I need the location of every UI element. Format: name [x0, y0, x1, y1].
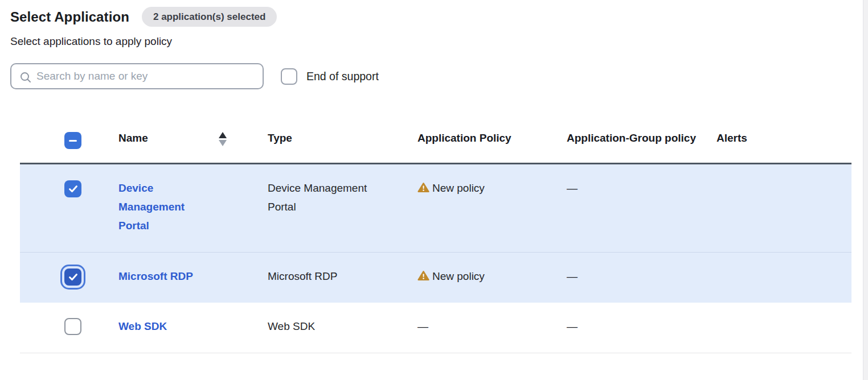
end-of-support-checkbox[interactable] [281, 68, 297, 85]
type-cell: Device Management Portal [268, 164, 417, 253]
page-header: Select Application 2 application(s) sele… [10, 7, 868, 27]
table-header-row: Name Type Application Policy Application… [20, 125, 851, 164]
search-icon [19, 71, 32, 84]
warning-triangle-icon [417, 182, 429, 193]
column-header-alerts: Alerts [716, 125, 851, 164]
column-header-application-policy: Application Policy [417, 125, 567, 164]
page-title: Select Application [10, 9, 129, 25]
application-group-policy-cell: — [567, 253, 716, 303]
alerts-cell [716, 164, 851, 253]
minus-icon [69, 140, 77, 142]
filter-bar: End of support [10, 63, 868, 89]
application-name-link[interactable]: Web SDK [118, 320, 167, 332]
alerts-cell [716, 253, 851, 303]
sort-asc-icon [219, 132, 227, 138]
type-cell: Web SDK [268, 303, 417, 353]
select-application-panel: Select Application 2 application(s) sele… [0, 0, 868, 353]
application-policy-cell: New policy [417, 267, 544, 286]
application-policy-text: New policy [432, 267, 485, 286]
end-of-support-label: End of support [306, 70, 379, 83]
search-input[interactable] [11, 64, 263, 88]
end-of-support-filter[interactable]: End of support [281, 68, 379, 85]
type-cell: Microsoft RDP [268, 253, 417, 303]
search-box[interactable] [10, 63, 264, 89]
row-checkbox[interactable] [64, 180, 81, 197]
application-policy-cell: — [417, 303, 567, 353]
selected-count-badge: 2 application(s) selected [142, 7, 277, 27]
column-header-application-group-policy: Application-Group policy [567, 125, 716, 164]
table-row-web-sdk[interactable]: Web SDK Web SDK — — [20, 303, 851, 353]
column-header-name[interactable]: Name [118, 125, 268, 164]
application-group-policy-cell: — [567, 164, 716, 253]
row-checkbox-focused[interactable] [64, 269, 81, 286]
column-header-type: Type [268, 125, 417, 164]
table-row-device-management-portal[interactable]: Device Management Portal Device Manageme… [20, 164, 851, 253]
application-name-link[interactable]: Device Management Portal [118, 182, 185, 232]
application-name-link[interactable]: Microsoft RDP [118, 270, 193, 282]
alerts-cell [716, 303, 851, 353]
checkmark-icon [68, 273, 78, 281]
sort-desc-icon [219, 140, 227, 146]
sort-arrows-icon[interactable] [219, 132, 227, 146]
applications-table: Name Type Application Policy Application… [20, 125, 851, 353]
page-background-gutter [863, 0, 868, 380]
row-checkbox[interactable] [64, 318, 81, 335]
warning-triangle-icon [417, 270, 429, 281]
page-subtitle: Select applications to apply policy [10, 35, 868, 48]
table-row-microsoft-rdp[interactable]: Microsoft RDP Microsoft RDP New policy [20, 253, 851, 303]
select-all-checkbox[interactable] [64, 132, 81, 149]
application-policy-cell: New policy [417, 179, 544, 197]
checkmark-icon [68, 185, 78, 193]
application-policy-text: New policy [432, 179, 485, 197]
application-group-policy-cell: — [567, 303, 716, 353]
